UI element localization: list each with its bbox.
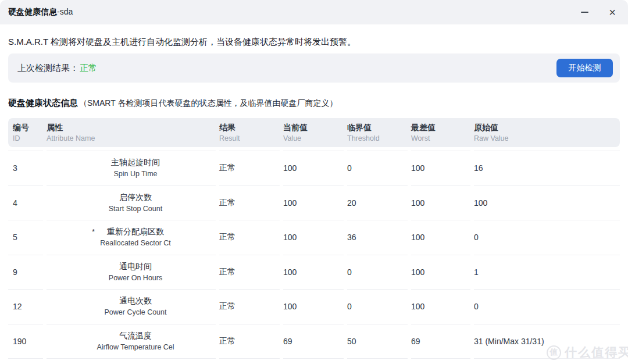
highlight-asterisk: *	[92, 226, 107, 237]
column-header: 当前值 Value	[283, 122, 344, 147]
cell-value: 100	[283, 186, 344, 221]
window-title-suffix: -sda	[57, 7, 73, 16]
smart-description: S.M.A.R.T 检测将对硬盘及主机进行自动化监测分析，当设备健康状态异常时将…	[8, 36, 620, 48]
minimize-button[interactable]	[579, 7, 590, 17]
cell-worst: 100	[411, 186, 470, 221]
attribute-name-en: Reallocated Sector Ct	[100, 238, 171, 248]
cell-threshold: 0	[347, 255, 408, 290]
cell-id: 190	[8, 324, 43, 359]
column-header-en: Result	[219, 134, 280, 144]
close-icon: ×	[609, 7, 616, 17]
last-check-banner: 上次检测结果：正常 开始检测	[8, 53, 620, 83]
cell-raw-value: 31 (Min/Max 31/31)	[474, 324, 620, 359]
cell-threshold: 0	[347, 151, 408, 186]
column-header-zh: 结果	[219, 122, 280, 133]
section-subtitle: （SMART 各检测项目代表硬盘的状态属性，及临界值由硬盘厂商定义）	[79, 98, 337, 108]
table-row: 9 通电时间 Power On Hours 正常 100 0 100 1	[8, 255, 620, 290]
cell-worst: 100	[411, 151, 470, 186]
cell-raw-value: 16	[474, 151, 620, 186]
column-header: 编号 ID	[8, 122, 43, 147]
cell-result: 正常	[219, 186, 280, 221]
cell-id: 9	[8, 255, 43, 290]
disk-health-dialog: 硬盘健康信息-sda × S.M.A.R.T 检测将对硬盘及主机进行自动化监测分…	[0, 0, 628, 364]
cell-raw-value: 1	[474, 255, 620, 290]
cell-worst: 69	[411, 324, 470, 359]
smart-table-header: 编号 ID 属性 Attribute Name 结果 Result 当前值 Va…	[8, 118, 620, 147]
cell-threshold: 0	[347, 290, 408, 324]
cell-value: 69	[283, 324, 344, 359]
cell-threshold: 36	[347, 220, 408, 255]
start-check-button[interactable]: 开始检测	[556, 59, 613, 77]
attribute-name-en: Start Stop Count	[109, 204, 162, 214]
last-check-result: 正常	[80, 63, 97, 73]
column-header-en: ID	[13, 134, 43, 144]
cell-worst: 100	[411, 220, 470, 255]
cell-id: 4	[8, 186, 43, 221]
cell-attribute: 气流温度 Airflow Temperature Cel	[47, 324, 216, 359]
cell-value: 100	[283, 220, 344, 255]
cell-attribute: 主轴起旋时间 Spin Up Time	[47, 151, 216, 186]
table-row: 190 气流温度 Airflow Temperature Cel 正常 69 5…	[8, 324, 620, 359]
clipped-row	[8, 147, 620, 151]
column-header-zh: 最差值	[411, 122, 470, 133]
cell-value: 100	[283, 255, 344, 290]
cell-raw-value: 0	[474, 220, 620, 255]
cell-result: 正常	[219, 324, 280, 359]
attribute-name-zh: 通电时间	[119, 262, 152, 271]
column-header-en: Raw Value	[474, 134, 620, 144]
cell-result: 正常	[219, 220, 280, 255]
last-check-text: 上次检测结果：正常	[17, 63, 97, 74]
cell-threshold: 50	[347, 324, 408, 359]
column-header-zh: 临界值	[347, 122, 408, 133]
cell-value: 100	[283, 290, 344, 324]
cell-id: 3	[8, 151, 43, 186]
column-header-zh: 原始值	[474, 122, 620, 133]
column-header-zh: 当前值	[283, 122, 344, 133]
attribute-name-en: Spin Up Time	[113, 169, 157, 179]
column-header: 临界值 Threshold	[347, 122, 408, 147]
cell-id: 12	[8, 290, 43, 324]
column-header: 结果 Result	[219, 122, 280, 147]
cell-attribute: 启停次数 Start Stop Count	[47, 186, 216, 221]
column-header: 原始值 Raw Value	[474, 122, 620, 147]
attribute-name-zh: 气流温度	[119, 331, 152, 340]
smart-table-body[interactable]: 3 主轴起旋时间 Spin Up Time 正常 100 0 100 16 4 …	[8, 147, 620, 359]
column-header-zh: 属性	[47, 122, 216, 133]
cell-worst: 100	[411, 255, 470, 290]
cell-raw-value: 0	[474, 290, 620, 324]
minimize-icon	[581, 12, 588, 13]
attribute-name-en: Airflow Temperature Cel	[97, 342, 174, 352]
cell-worst: 100	[411, 290, 470, 324]
window-title-text: 硬盘健康信息	[8, 7, 57, 16]
section-heading: 硬盘健康状态信息（SMART 各检测项目代表硬盘的状态属性，及临界值由硬盘厂商定…	[8, 97, 620, 109]
window-title: 硬盘健康信息-sda	[8, 7, 73, 17]
window-controls: ×	[579, 7, 618, 17]
column-header: 最差值 Worst	[411, 122, 470, 147]
cell-result: 正常	[219, 151, 280, 186]
column-header-en: Value	[283, 134, 344, 144]
attribute-name-zh: 主轴起旋时间	[111, 158, 160, 167]
cell-attribute: 通电次数 Power Cycle Count	[47, 290, 216, 324]
column-header: 属性 Attribute Name	[47, 122, 216, 147]
column-header-en: Attribute Name	[47, 134, 216, 144]
attribute-name-en: Power Cycle Count	[105, 308, 167, 317]
cell-id: 5	[8, 220, 43, 255]
table-row: 5 *重新分配扇区数 Reallocated Sector Ct 正常 100 …	[8, 220, 620, 255]
column-header-en: Threshold	[347, 134, 408, 144]
cell-value: 100	[283, 151, 344, 186]
attribute-name-en: Power On Hours	[109, 273, 162, 283]
column-header-zh: 编号	[13, 122, 43, 133]
attribute-name-zh: 通电次数	[119, 296, 152, 305]
attribute-name-zh: 重新分配扇区数	[107, 227, 164, 236]
cell-threshold: 20	[347, 186, 408, 221]
table-row: 4 启停次数 Start Stop Count 正常 100 20 100 10…	[8, 186, 620, 221]
cell-attribute: *重新分配扇区数 Reallocated Sector Ct	[47, 220, 216, 255]
last-check-label: 上次检测结果：	[17, 63, 78, 73]
dialog-content: S.M.A.R.T 检测将对硬盘及主机进行自动化监测分析，当设备健康状态异常时将…	[0, 36, 628, 359]
section-title: 硬盘健康状态信息	[8, 98, 78, 108]
close-button[interactable]: ×	[607, 7, 618, 17]
cell-result: 正常	[219, 290, 280, 324]
window-titlebar[interactable]: 硬盘健康信息-sda ×	[0, 0, 628, 24]
smart-table: 编号 ID 属性 Attribute Name 结果 Result 当前值 Va…	[8, 118, 620, 359]
attribute-name-zh: 启停次数	[119, 192, 152, 202]
